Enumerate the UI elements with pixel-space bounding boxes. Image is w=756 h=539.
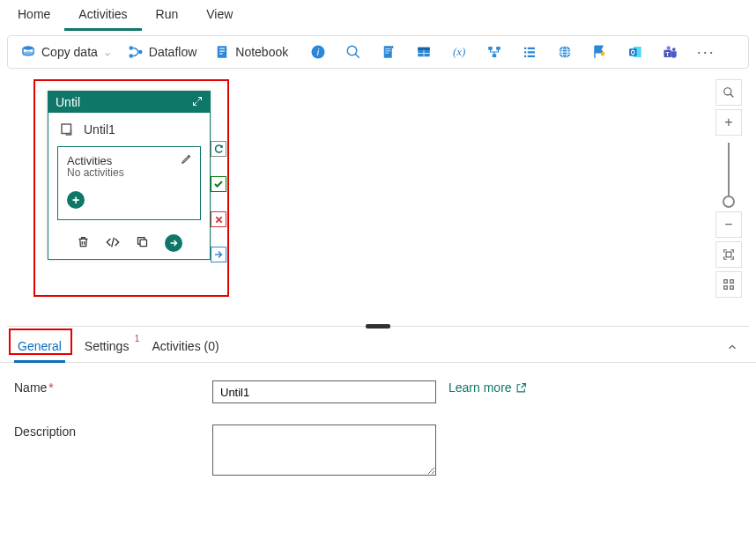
connector-failure[interactable] (211, 211, 226, 227)
zoom-slider-track[interactable] (728, 143, 730, 204)
until-name-label: Until1 (84, 122, 115, 137)
zoom-slider-thumb[interactable] (723, 196, 735, 208)
tab-general[interactable]: General (14, 334, 65, 362)
learn-more-link[interactable]: Learn more (448, 380, 527, 395)
name-label-text: Name (14, 380, 47, 395)
svg-rect-25 (524, 51, 526, 53)
svg-rect-12 (384, 46, 392, 58)
until-activity-node[interactable]: Until Until1 Activities No activities + (48, 91, 211, 260)
variable-icon: (x) (453, 45, 465, 59)
view-code-button[interactable] (106, 235, 120, 252)
auto-layout-button[interactable] (715, 271, 742, 298)
run-node-button[interactable] (165, 234, 182, 252)
activities-title: Activities (67, 154, 191, 167)
notebook-button[interactable]: Notebook (207, 41, 295, 63)
nav-activities[interactable]: Activities (64, 2, 141, 31)
copy-node-button[interactable] (136, 235, 149, 251)
svg-rect-7 (219, 51, 225, 52)
fit-to-screen-button[interactable] (715, 241, 742, 268)
node-connectors (211, 141, 226, 262)
toolbar-list-button[interactable] (514, 40, 545, 64)
toolbar-script-button[interactable] (373, 40, 404, 64)
copy-data-button[interactable]: Copy data ⌵ (13, 41, 117, 63)
notebook-label: Notebook (235, 45, 288, 59)
copy-data-icon (20, 44, 36, 60)
description-label: Description (14, 425, 212, 439)
learn-more-label: Learn more (448, 380, 512, 395)
nav-view[interactable]: View (192, 2, 247, 31)
code-icon (106, 235, 120, 249)
until-type-label: Until (56, 95, 80, 109)
toolbar-more-button[interactable]: ··· (690, 40, 722, 64)
canvas-zoom-rail: + − (715, 79, 742, 298)
toolbar-variable-button[interactable]: (x) (443, 40, 475, 64)
expand-icon[interactable] (192, 95, 203, 109)
svg-rect-48 (730, 286, 734, 290)
name-input[interactable] (212, 380, 436, 403)
toolbar-outlook-button[interactable] (619, 40, 651, 64)
pipeline-canvas[interactable]: Until Until1 Activities No activities + (7, 76, 749, 327)
zoom-in-button[interactable]: + (715, 109, 742, 136)
svg-rect-27 (524, 55, 526, 57)
pipeline-icon (486, 44, 502, 60)
script-icon (381, 44, 397, 60)
dataflow-label: Dataflow (149, 45, 196, 59)
toolbar-flag-button[interactable] (584, 40, 616, 64)
check-icon (213, 179, 224, 189)
layout-icon (723, 278, 735, 291)
connector-loop[interactable] (211, 141, 226, 157)
tab-activities[interactable]: Activities (0) (148, 334, 222, 362)
x-icon (214, 215, 224, 225)
nav-home[interactable]: Home (4, 2, 64, 31)
until-loop-icon (59, 122, 75, 137)
toolbar-teams-button[interactable]: T (655, 40, 686, 64)
connector-success[interactable] (211, 176, 226, 192)
copy-icon (136, 235, 149, 248)
toolbar-info-button[interactable]: i (302, 40, 334, 64)
svg-rect-14 (385, 51, 390, 52)
trash-icon (77, 235, 90, 248)
properties-tabs: General Settings 1 Activities (0) (0, 327, 756, 363)
activities-subtitle: No activities (67, 166, 191, 179)
svg-rect-41 (62, 124, 71, 134)
toolbar-table-button[interactable] (408, 40, 440, 64)
canvas-search-button[interactable] (715, 79, 742, 106)
delete-node-button[interactable] (77, 235, 90, 251)
svg-point-4 (138, 50, 143, 55)
search-icon (723, 86, 735, 99)
chevron-up-icon (726, 341, 738, 353)
svg-rect-35 (629, 48, 636, 55)
svg-rect-45 (724, 280, 728, 284)
plus-icon: + (72, 193, 79, 207)
add-activity-button[interactable]: + (67, 191, 85, 209)
fit-icon (723, 248, 735, 261)
properties-body: Name* Learn more Description (0, 363, 756, 514)
toolbar-pipeline-button[interactable] (478, 40, 510, 64)
toolbar-globe-button[interactable] (549, 40, 581, 64)
pencil-icon (181, 152, 193, 165)
svg-point-37 (672, 48, 676, 51)
collapse-panel-button[interactable] (726, 341, 742, 356)
tab-settings[interactable]: Settings 1 (81, 334, 133, 362)
top-nav: Home Activities Run View (0, 0, 756, 32)
until-activities-box[interactable]: Activities No activities + (57, 146, 201, 220)
zoom-out-button[interactable]: − (715, 211, 742, 238)
name-label: Name* (14, 380, 212, 395)
toolbar-search-button[interactable] (337, 40, 369, 64)
dataflow-button[interactable]: Dataflow (121, 41, 204, 63)
list-icon (522, 44, 537, 60)
svg-rect-5 (218, 46, 227, 58)
svg-rect-28 (528, 55, 535, 57)
until-node-header[interactable]: Until (48, 92, 210, 113)
svg-point-38 (667, 46, 671, 50)
nav-run[interactable]: Run (142, 2, 193, 31)
settings-badge: 1 (135, 334, 140, 343)
svg-point-1 (23, 51, 33, 55)
description-textarea[interactable] (212, 425, 436, 476)
edit-activities-button[interactable] (181, 152, 193, 167)
svg-rect-20 (488, 47, 493, 50)
connector-completion[interactable] (211, 247, 226, 262)
plus-icon: + (724, 114, 732, 130)
arrow-right-icon (168, 238, 179, 248)
table-icon (416, 44, 432, 60)
